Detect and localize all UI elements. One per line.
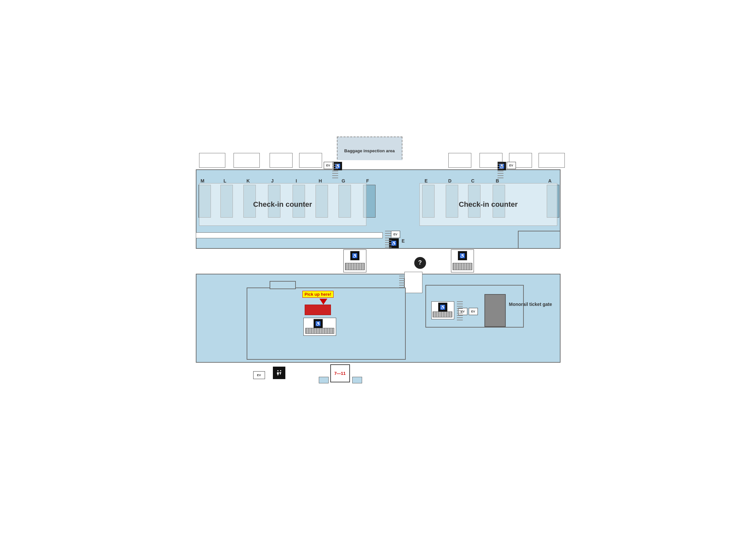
separator-wall [196, 232, 383, 238]
baggage-label: Baggage inspection area [344, 148, 395, 154]
checkin-counter-right: Check-in counter [419, 183, 557, 226]
monorail-gate [484, 294, 506, 327]
restroom-box [273, 367, 285, 379]
stairs-top-right [498, 160, 503, 178]
map-container: Baggage inspection area EV ♿ ♿ EV M L K … [189, 134, 567, 401]
escalator-icon-right-corridor: ♿ [458, 251, 467, 260]
small-room-bottom-1 [319, 377, 329, 383]
counter-label-C: C [471, 178, 474, 183]
svg-point-1 [280, 370, 281, 371]
top-counter-3 [270, 153, 293, 168]
escalator-icon-left-corridor: ♿ [350, 251, 360, 260]
counter-label-J: J [271, 178, 274, 183]
counter-label-E2: E [402, 238, 405, 243]
escalator-graphic-lower-right [433, 312, 452, 317]
counter-label-M: M [201, 178, 205, 183]
counter-label-D: D [448, 178, 452, 183]
counter-label-A: A [548, 178, 552, 183]
center-room [404, 272, 422, 293]
bottom-strip [196, 362, 560, 382]
info-circle[interactable]: ? [414, 257, 426, 269]
seven-eleven-store: 7—11 [330, 364, 350, 382]
svg-point-0 [277, 370, 279, 371]
escalator-icon-lower-left: ♿ [313, 319, 323, 328]
top-counter-5 [448, 153, 471, 168]
escalator-graphic-left [345, 263, 365, 270]
stairs-lower-right [457, 301, 463, 320]
top-counter-8 [539, 153, 565, 168]
escalator-graphic-lower-left [305, 328, 334, 334]
stairs-top-left [332, 160, 338, 178]
ev-box-bottom-left: EV [253, 371, 265, 379]
counter-label-F: F [366, 178, 369, 183]
monorail-label: Monorail ticket gate [509, 301, 552, 307]
lower-floor-top-bump [270, 281, 296, 289]
counter-label-G: G [342, 178, 345, 183]
top-counter-1 [199, 153, 225, 168]
top-counter-2 [233, 153, 260, 168]
pickup-counter [305, 305, 331, 315]
escalator-lower-left: ♿ [303, 318, 336, 336]
corridor-middle [196, 248, 560, 274]
escalator-corridor-left: ♿ [343, 249, 366, 272]
ev-box-center: EV [391, 231, 400, 238]
counter-label-B: B [496, 178, 499, 183]
escalator-corridor-right: ♿ [451, 249, 474, 272]
ev-box-top-right: EV [507, 162, 516, 169]
counter-label-H: H [319, 178, 322, 183]
ev-box-top-left: EV [324, 162, 333, 169]
small-room-bottom-2 [352, 377, 362, 383]
counter-label-I: I [296, 178, 297, 183]
top-counter-4 [299, 153, 322, 168]
ev-box-lower-2: EV [469, 308, 478, 315]
counter-label-E: E [425, 178, 428, 183]
escalator-graphic-right [453, 263, 472, 270]
pickup-arrow [319, 299, 327, 305]
checkin-counter-left: Check-in counter [199, 183, 366, 226]
escalator-lower-right: ♿ [431, 301, 454, 319]
pickup-label: Pick up here! [302, 291, 334, 298]
counter-label-L: L [224, 178, 227, 183]
counter-label-K: K [247, 178, 250, 183]
escalator-icon-lower-right: ♿ [438, 303, 447, 312]
